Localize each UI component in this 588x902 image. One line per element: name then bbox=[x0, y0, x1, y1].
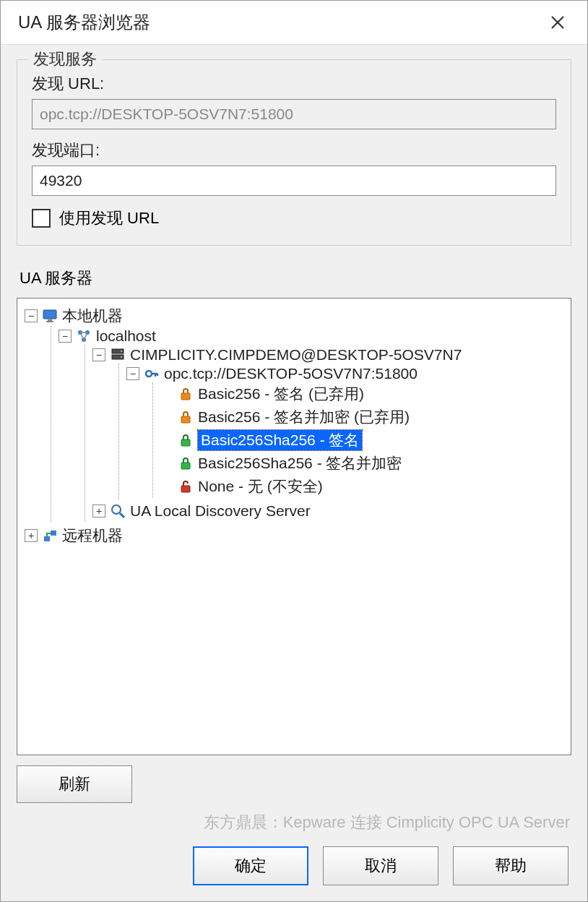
discovery-url-label: 发现 URL: bbox=[32, 73, 556, 95]
tree-node-policy[interactable]: Basic256Sha256 - 签名并加密 bbox=[160, 453, 563, 473]
collapse-icon[interactable]: − bbox=[92, 348, 105, 361]
lock-orange-icon bbox=[178, 409, 194, 425]
discovery-legend: 发现服务 bbox=[27, 48, 103, 70]
help-button[interactable]: 帮助 bbox=[453, 846, 568, 885]
close-icon[interactable] bbox=[545, 14, 570, 30]
discovery-url-input[interactable] bbox=[32, 99, 556, 129]
lock-green-icon bbox=[178, 432, 194, 448]
use-discovery-url-label: 使用发现 URL bbox=[59, 207, 159, 229]
ua-servers-section: UA 服务器 − 本地机器 − bbox=[17, 267, 571, 833]
svg-rect-15 bbox=[181, 486, 190, 492]
magnify-icon bbox=[110, 503, 126, 519]
key-icon bbox=[144, 366, 160, 382]
server-tree[interactable]: − 本地机器 − localhost bbox=[17, 298, 571, 755]
tree-node-cimplicity[interactable]: − CIMPLICITY.CIMPDEMO@DESKTOP-5OSV7N7 bbox=[92, 346, 563, 364]
refresh-button[interactable]: 刷新 bbox=[17, 765, 132, 803]
network-icon bbox=[76, 328, 92, 344]
tree-node-local-machine[interactable]: − 本地机器 bbox=[25, 306, 563, 326]
lock-open-red-icon bbox=[178, 478, 194, 494]
collapse-icon[interactable]: − bbox=[126, 367, 139, 380]
tree-node-policy[interactable]: Basic256 - 签名并加密 (已弃用) bbox=[160, 407, 563, 427]
tree-node-policy[interactable]: Basic256 - 签名 (已弃用) bbox=[160, 384, 563, 404]
watermark-text: 东方鼎晨：Kepware 连接 Cimplicity OPC UA Server bbox=[17, 812, 571, 833]
tree-node-policy-selected[interactable]: Basic256Sha256 - 签名 bbox=[160, 430, 563, 450]
ua-servers-label: UA 服务器 bbox=[20, 267, 571, 289]
cancel-button[interactable]: 取消 bbox=[323, 846, 438, 885]
tree-node-endpoint[interactable]: − opc.tcp://DESKTOP-5OSV7N7:51800 bbox=[126, 365, 563, 382]
window-title: UA 服务器浏览器 bbox=[18, 11, 150, 34]
expand-icon[interactable]: + bbox=[92, 504, 105, 517]
remote-icon bbox=[42, 528, 58, 544]
titlebar: UA 服务器浏览器 bbox=[1, 1, 587, 45]
discovery-fieldset: 发现服务 发现 URL: 发现端口: 使用发现 URL bbox=[17, 59, 571, 246]
dialog-buttons: 确定 取消 帮助 bbox=[1, 833, 587, 901]
lock-orange-icon bbox=[178, 386, 194, 402]
discovery-port-label: 发现端口: bbox=[32, 139, 556, 161]
collapse-icon[interactable]: − bbox=[59, 330, 72, 343]
dialog-window: UA 服务器浏览器 发现服务 发现 URL: 发现端口: 使用发现 URL UA… bbox=[0, 0, 588, 902]
expand-icon[interactable]: + bbox=[25, 529, 38, 542]
tree-node-remote-machine[interactable]: + 远程机器 bbox=[25, 525, 563, 546]
ok-button[interactable]: 确定 bbox=[193, 846, 308, 885]
discovery-port-input[interactable] bbox=[32, 166, 556, 196]
server-icon bbox=[110, 347, 126, 363]
tree-node-policy[interactable]: None - 无 (不安全) bbox=[160, 476, 563, 497]
tree-node-discovery-server[interactable]: + UA Local Discovery Server bbox=[92, 502, 563, 520]
lock-green-icon bbox=[178, 455, 194, 471]
tree-node-localhost[interactable]: − localhost bbox=[59, 327, 563, 345]
use-discovery-url-checkbox[interactable] bbox=[32, 209, 51, 228]
collapse-icon[interactable]: − bbox=[25, 309, 38, 322]
monitor-icon bbox=[42, 308, 58, 324]
